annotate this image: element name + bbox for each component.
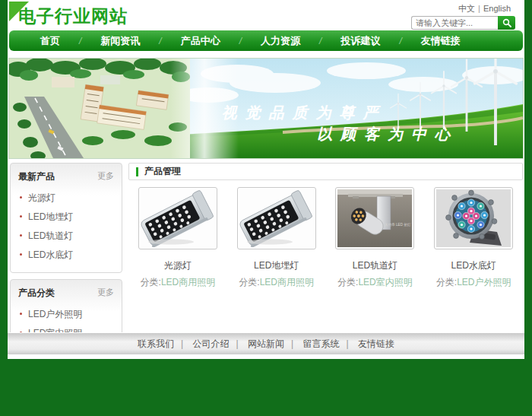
category-prefix: 分类: (141, 277, 161, 287)
footer-links-bar: 联系我们| 公司介绍| 网站新闻| 留言系统| 友情链接 (8, 332, 524, 354)
product-category-link[interactable]: LED商用照明 (161, 277, 215, 287)
sidebar-item-guidaodeng[interactable]: LED轨道灯 (18, 227, 114, 246)
product-name[interactable]: LED水底灯 (424, 259, 523, 272)
product-card: LED水底灯 分类:LED户外照明 (424, 187, 523, 289)
product-name[interactable]: LED轨道灯 (326, 259, 425, 272)
sidebar-item-label: LED户外照明 (28, 309, 82, 319)
nav-item-links[interactable]: 友情链接 (402, 30, 480, 51)
category-prefix: 分类: (337, 277, 358, 287)
led-track-light-picture: 大功率 LED 射灯 7*1W (337, 189, 412, 247)
led-street-lamp-picture (239, 189, 314, 247)
nav-item-products[interactable]: 产品中心 (162, 30, 239, 51)
nav-item-feedback[interactable]: 投诉建议 (321, 30, 399, 51)
footer-separator: | (236, 338, 239, 349)
product-image-street-lamp[interactable] (138, 187, 217, 249)
footer-separator: | (346, 338, 348, 349)
category-prefix: 分类: (239, 277, 259, 287)
bullet-icon (20, 215, 22, 218)
product-category-link[interactable]: LED商用照明 (260, 277, 314, 287)
nav-item-news[interactable]: 新闻资讯 (81, 30, 159, 51)
bullet-icon (20, 313, 22, 315)
section-title: 产品管理 (144, 165, 181, 178)
sidebar-category-outdoor[interactable]: LED户外照明 (18, 305, 114, 324)
product-categories-title: 产品分类 (18, 287, 55, 300)
banner-slogan-line2: 以顾客为中心 (317, 125, 458, 143)
search-button[interactable] (498, 16, 515, 30)
sidebar-item-label: 光源灯 (28, 192, 55, 203)
main-nav: 首页 / 新闻资讯 / 产品中心 / 人力资源 / 投诉建议 / 友情链接 (9, 30, 523, 51)
footer-link-friends[interactable]: 友情链接 (358, 338, 394, 349)
sidebar-item-label: LED地埋灯 (28, 211, 73, 222)
title-accent-bar (136, 167, 138, 176)
bullet-icon (20, 196, 22, 198)
product-card: 大功率 LED 射灯 7*1W 新 LED轨道灯 分类:LED室内照明 (326, 187, 425, 289)
latest-products-box: 最新产品 更多 光源灯 LED地埋灯 LED轨道灯 LED水底灯 (10, 163, 122, 273)
site-logo: 电子行业网站 (18, 5, 128, 28)
sidebar-item-guangyuandeng[interactable]: 光源灯 (18, 189, 114, 208)
sidebar-item-label: LED水底灯 (28, 249, 73, 260)
product-image-underwater-light[interactable] (434, 187, 513, 249)
product-card: LED地埋灯 分类:LED商用照明 (227, 187, 326, 289)
banner-illustration: 视觉品质为尊严 以顾客为中心 (9, 59, 523, 158)
bullet-icon (20, 234, 22, 237)
page-container: 电子行业网站 中文|English 首页 / 新闻资讯 / 产品中心 / 人力资… (8, 0, 524, 359)
sidebar: 最新产品 更多 光源灯 LED地埋灯 LED轨道灯 LED水底灯 产品分类 更多… (10, 163, 122, 332)
sidebar-item-label: LED轨道灯 (28, 230, 73, 241)
latest-products-more-link[interactable]: 更多 (97, 170, 114, 182)
sidebar-item-dimaideng[interactable]: LED地埋灯 (18, 208, 114, 227)
nav-item-home[interactable]: 首页 (21, 30, 79, 51)
bullet-icon (20, 332, 22, 332)
hero-banner: 视觉品质为尊严 以顾客为中心 (8, 58, 524, 159)
language-switcher: 中文|English (455, 3, 514, 14)
led-street-lamp-picture (141, 189, 215, 247)
sidebar-category-indoor[interactable]: LED室内照明 (18, 324, 114, 332)
product-categories-box: 产品分类 更多 LED户外照明 LED室内照明 LED商用照明 (10, 279, 122, 332)
content-area: 最新产品 更多 光源灯 LED地埋灯 LED轨道灯 LED水底灯 产品分类 更多… (8, 159, 524, 332)
product-card: 光源灯 分类:LED商用照明 (128, 187, 227, 289)
footer-link-news[interactable]: 网站新闻 (248, 338, 284, 349)
banner-slogan-line1: 视觉品质为尊严 (222, 103, 387, 122)
product-categories-more-link[interactable]: 更多 (97, 287, 114, 298)
main-column: 产品管理 (128, 163, 523, 332)
lang-separator: | (478, 4, 480, 13)
footer-separator: | (291, 338, 293, 349)
product-category-link[interactable]: LED户外照明 (457, 277, 511, 287)
search-bar (411, 16, 515, 30)
footer-link-about[interactable]: 公司介绍 (193, 338, 230, 349)
latest-products-title: 最新产品 (18, 170, 55, 183)
product-name[interactable]: 光源灯 (128, 259, 227, 272)
product-image-track-light[interactable]: 大功率 LED 射灯 7*1W (335, 187, 414, 249)
product-image-street-lamp[interactable] (237, 187, 316, 249)
footer-link-message[interactable]: 留言系统 (302, 338, 339, 349)
product-category-link[interactable]: LED室内照明 (358, 277, 412, 287)
search-icon (502, 18, 511, 27)
led-underwater-light-picture (436, 189, 511, 247)
product-name[interactable]: LED地埋灯 (227, 259, 326, 272)
lang-zh-link[interactable]: 中文 (458, 4, 475, 13)
footer-separator: | (181, 338, 183, 349)
product-grid: 光源灯 分类:LED商用照明 (128, 187, 523, 289)
sidebar-item-label: LED室内照明 (28, 328, 82, 332)
footer-link-contact[interactable]: 联系我们 (138, 338, 174, 349)
lang-en-link[interactable]: English (483, 4, 511, 13)
search-input[interactable] (411, 16, 498, 30)
section-title-bar: 产品管理 (128, 163, 523, 180)
nav-item-hr[interactable]: 人力资源 (242, 30, 319, 51)
sidebar-item-shuidideng[interactable]: LED水底灯 (18, 246, 114, 265)
category-prefix: 分类: (436, 277, 457, 287)
bullet-icon (20, 253, 22, 256)
site-header: 电子行业网站 中文|English (8, 0, 524, 30)
